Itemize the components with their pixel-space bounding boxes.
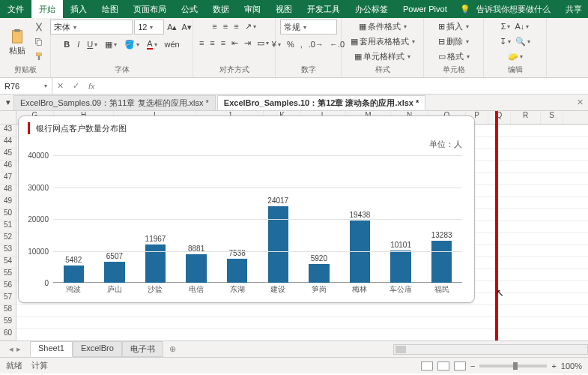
ribbon-tab-7[interactable]: 审阅 [237, 0, 268, 18]
row-header[interactable]: 46 [0, 160, 16, 172]
row-header[interactable]: 54 [0, 256, 16, 268]
comma-button[interactable]: , [299, 38, 304, 51]
row-header[interactable]: 50 [0, 208, 16, 220]
percent-button[interactable]: % [285, 38, 296, 51]
table-format-button[interactable]: ▦ 套用表格格式▾ [349, 34, 416, 48]
align-right-button[interactable]: ≡ [219, 36, 227, 50]
conditional-format-button[interactable]: ▦ 条件格式▾ [357, 20, 408, 33]
indent-decrease-button[interactable]: ⇤ [230, 36, 240, 50]
merge-button[interactable]: ▭▾ [255, 36, 270, 50]
sheet-tab-0[interactable]: Sheet1 [30, 341, 73, 357]
workbook-tab-1[interactable]: ExcelBro_Samples.10：第12章 滚动条的应用.xlsx * [217, 95, 425, 110]
ribbon-tab-2[interactable]: 插入 [63, 0, 94, 18]
underline-button[interactable]: U▾ [85, 38, 99, 51]
phonetic-button[interactable]: wén [163, 38, 181, 51]
row-header[interactable]: 52 [0, 232, 16, 244]
zoom-in-button[interactable]: + [551, 362, 556, 370]
ribbon-tab-6[interactable]: 数据 [205, 0, 237, 18]
ribbon-tab-10[interactable]: 办公标签 [348, 0, 395, 18]
ribbon-tab-5[interactable]: 公式 [174, 0, 205, 18]
row-header[interactable]: 49 [0, 196, 16, 208]
paste-button[interactable]: 粘贴 [4, 20, 29, 64]
cut-button[interactable] [32, 20, 46, 34]
sheet-nav-prev-icon[interactable]: ◂ [9, 344, 13, 354]
format-cells-button[interactable]: ▭ 格式▾ [437, 50, 471, 63]
tell-me[interactable]: 告诉我你想要做什么 [476, 4, 551, 15]
format-painter-button[interactable] [32, 50, 46, 64]
sort-filter-button[interactable]: A↓▾ [513, 20, 530, 33]
wbtab-prev-icon[interactable]: ▾ [4, 96, 12, 110]
fx-icon[interactable]: fx [84, 82, 100, 91]
scrollbar-control-indicator[interactable] [495, 111, 498, 340]
row-header[interactable]: 43 [0, 124, 16, 136]
delete-cells-button[interactable]: ⊟ 删除▾ [437, 34, 470, 48]
view-page-layout-button[interactable] [437, 362, 449, 370]
row-header[interactable]: 56 [0, 280, 16, 292]
sheet-tab-1[interactable]: ExcelBro [73, 341, 122, 357]
fill-button[interactable]: ↧▾ [498, 34, 512, 48]
ribbon-tab-9[interactable]: 开发工具 [300, 0, 348, 18]
autosum-button[interactable]: Σ▾ [500, 20, 512, 33]
border-button[interactable]: ▦▾ [103, 38, 118, 51]
increase-font-button[interactable]: A▴ [166, 20, 178, 34]
row-header[interactable]: 47 [0, 172, 16, 184]
font-name-combo[interactable]: 宋体▾ [50, 20, 133, 34]
name-box[interactable]: R76▾ [0, 78, 52, 94]
wbtab-close-icon[interactable]: ✕ [577, 98, 588, 107]
row-header[interactable]: 58 [0, 304, 16, 316]
insert-cells-button[interactable]: ⊞ 插入▾ [437, 20, 470, 33]
bold-button[interactable]: B [62, 38, 71, 51]
row-header[interactable]: 48 [0, 184, 16, 196]
zoom-out-button[interactable]: − [470, 362, 475, 370]
align-left-button[interactable]: ≡ [198, 36, 205, 50]
font-size-combo[interactable]: 12▾ [134, 20, 164, 34]
row-header[interactable]: 51 [0, 220, 16, 232]
sheet-tab-2[interactable]: 电子书 [122, 341, 163, 357]
ribbon-tab-11[interactable]: Power Pivot [395, 0, 455, 18]
row-header[interactable]: 59 [0, 316, 16, 328]
increase-decimal-button[interactable]: .0→ [307, 38, 325, 51]
copy-button[interactable] [32, 35, 46, 49]
zoom-slider[interactable] [479, 364, 547, 368]
add-sheet-button[interactable]: ⊕ [163, 344, 182, 354]
formula-input[interactable] [100, 78, 588, 94]
horizontal-scrollbar[interactable] [393, 344, 588, 355]
row-header[interactable]: 55 [0, 268, 16, 280]
chart-object[interactable]: 银行网点客户数量分布图 单位：人 010000200003000040000 5… [18, 116, 475, 303]
share-button[interactable]: 共享 [566, 4, 582, 15]
accounting-button[interactable]: ¥▾ [270, 38, 282, 51]
row-header[interactable]: 60 [0, 328, 16, 340]
ribbon-tab-0[interactable]: 文件 [0, 0, 31, 18]
ribbon-tab-4[interactable]: 页面布局 [126, 0, 174, 18]
row-header[interactable]: 53 [0, 244, 16, 256]
row-header[interactable]: 44 [0, 136, 16, 148]
ribbon-tab-3[interactable]: 绘图 [94, 0, 126, 18]
align-center-button[interactable]: ≡ [208, 36, 216, 50]
fill-color-button[interactable]: 🪣▾ [123, 38, 141, 51]
align-bottom-button[interactable]: ≡ [232, 20, 240, 33]
cell-styles-button[interactable]: ▦ 单元格样式▾ [353, 50, 412, 63]
ribbon-tab-1[interactable]: 开始 [31, 0, 63, 18]
decrease-font-button[interactable]: A▾ [181, 20, 193, 34]
view-normal-button[interactable] [421, 362, 433, 370]
cancel-icon[interactable]: ✕ [52, 81, 68, 91]
view-page-break-button[interactable] [454, 362, 466, 370]
clear-button[interactable]: 🧽▾ [506, 50, 524, 63]
italic-button[interactable]: I [76, 38, 81, 51]
number-format-combo[interactable]: 常规▾ [280, 20, 337, 34]
orientation-button[interactable]: ↗▾ [243, 20, 258, 33]
ribbon-tab-8[interactable]: 视图 [268, 0, 300, 18]
row-header[interactable]: 45 [0, 148, 16, 160]
sheet-nav-next-icon[interactable]: ▸ [16, 344, 21, 354]
column-header[interactable]: R [511, 111, 541, 124]
align-top-button[interactable]: ≡ [210, 20, 218, 33]
enter-icon[interactable]: ✓ [68, 81, 84, 91]
indent-increase-button[interactable]: ⇥ [243, 36, 252, 50]
align-middle-button[interactable]: ≡ [222, 20, 229, 33]
row-header[interactable]: 57 [0, 292, 16, 304]
column-header[interactable]: Q [488, 111, 511, 124]
column-header[interactable]: S [541, 111, 563, 124]
font-color-button[interactable]: A▾ [145, 38, 158, 51]
workbook-tab-0[interactable]: ExcelBro_Samples.09：第11章 复选框的应用.xlsx * [13, 95, 216, 110]
find-select-button[interactable]: 🔍▾ [514, 34, 532, 48]
